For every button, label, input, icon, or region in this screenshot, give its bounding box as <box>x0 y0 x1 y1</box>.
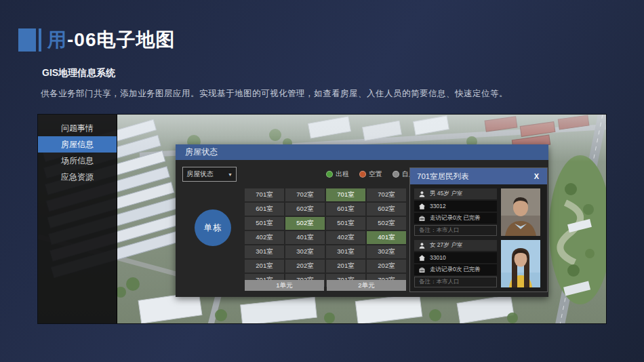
room-cell-r1c4[interactable]: 702室 <box>367 188 406 201</box>
room-cell-r5c1[interactable]: 301室 <box>245 245 284 258</box>
resident-info-row: 备注：本市人口 <box>414 277 497 287</box>
panel-body: 房屋状态 ▼ 出租空置自用 单栋 701室702室701室702室601室602… <box>176 160 548 297</box>
page-title-prefix: 用 <box>47 29 67 50</box>
status-legend: 出租空置自用 <box>326 169 416 179</box>
chevron-down-icon: ▼ <box>228 172 233 177</box>
record-icon <box>418 215 426 222</box>
room-cell-r2c1[interactable]: 601室 <box>245 203 284 216</box>
sidebar: 问题事情房屋信息场所信息应急资源 <box>38 115 117 323</box>
resident-info-text: 走访记录0次 已完善 <box>430 214 481 222</box>
room-grid: 701室702室701室702室601室602室601室602室501室502室… <box>245 188 406 287</box>
resident-info-text: 走访记录0次 已完善 <box>430 266 481 274</box>
room-cell-r6c1[interactable]: 201室 <box>245 260 284 273</box>
room-cell-r6c3[interactable]: 201室 <box>326 260 365 273</box>
resident-info-text: 男 45岁 户室 <box>430 190 462 198</box>
resident-info-row: 走访记录0次 已完善 <box>414 264 497 275</box>
resident-info-text: 备注：本市人口 <box>419 278 460 286</box>
legend-dot-icon <box>326 171 333 178</box>
room-cell-r6c4[interactable]: 202室 <box>367 260 406 273</box>
room-cell-r1c3[interactable]: 701室 <box>326 188 365 201</box>
sidebar-item-2[interactable]: 房屋信息 <box>38 136 117 153</box>
resident-info-text: 备注：本市人口 <box>419 226 460 235</box>
room-cell-r5c4[interactable]: 302室 <box>367 245 406 258</box>
legend-dot-icon <box>393 171 399 178</box>
building-button[interactable]: 单栋 <box>195 209 231 246</box>
room-cell-r5c3[interactable]: 301室 <box>326 245 365 258</box>
residents-body: 男 45岁 户室33012走访记录0次 已完善备注：本市人口女 27岁 户室33… <box>410 184 547 296</box>
resident-info-text: 33010 <box>430 254 446 261</box>
section-heading: GIS地理信息系统 <box>42 67 115 79</box>
unit-button-2[interactable]: 2单元 <box>327 280 406 291</box>
resident-photo <box>501 240 540 287</box>
resident-info-text: 33012 <box>430 203 446 209</box>
resident-info-row: 33010 <box>414 252 497 263</box>
legend-item-2: 空置 <box>359 169 382 179</box>
room-cell-r3c3[interactable]: 501室 <box>326 217 365 230</box>
resident-info-row: 女 27岁 户室 <box>414 240 497 251</box>
room-cell-r3c2[interactable]: 502室 <box>285 217 325 230</box>
resident-info-row: 男 45岁 户室 <box>414 188 497 199</box>
room-cell-r2c4[interactable]: 602室 <box>367 203 406 216</box>
sidebar-item-3[interactable]: 场所信息 <box>38 153 117 169</box>
close-icon[interactable]: X <box>534 172 539 180</box>
room-cell-r1c2[interactable]: 702室 <box>285 188 325 201</box>
resident-info: 女 27岁 户室33010走访记录0次 已完善备注：本市人口 <box>414 240 497 287</box>
home-icon <box>418 203 426 210</box>
resident-info-row: 33012 <box>414 201 497 212</box>
legend-item-1: 出租 <box>326 169 349 179</box>
page-title-rest: -06电子地图 <box>67 29 175 50</box>
room-cell-r3c4[interactable]: 502室 <box>367 217 406 230</box>
legend-dot-icon <box>359 171 366 178</box>
room-cell-r1c1[interactable]: 701室 <box>245 188 284 201</box>
dropdown-value: 房屋状态 <box>186 169 214 179</box>
resident-entry-2: 女 27岁 户室33010走访记录0次 已完善备注：本市人口 <box>414 240 543 287</box>
room-cell-r4c1[interactable]: 402室 <box>245 231 284 244</box>
resident-info-row: 走访记录0次 已完善 <box>414 213 497 224</box>
resident-photo <box>501 188 540 236</box>
room-cell-r6c2[interactable]: 202室 <box>285 260 325 273</box>
room-cell-r4c2[interactable]: 401室 <box>285 231 325 244</box>
unit-row: 1单元2单元 <box>245 280 406 291</box>
home-icon <box>418 254 426 262</box>
house-status-dropdown[interactable]: 房屋状态 ▼ <box>182 167 237 182</box>
residents-panel: 701室居民列表 X 男 45岁 户室33012走访记录0次 已完善备注：本市人… <box>409 167 548 292</box>
panel-title: 房屋状态 <box>176 144 548 160</box>
legend-label: 出租 <box>336 169 349 179</box>
resident-info-text: 女 27岁 户室 <box>430 241 462 249</box>
house-status-panel: 房屋状态 房屋状态 ▼ 出租空置自用 单栋 701室702室701室702室60… <box>176 144 548 297</box>
person-icon <box>418 190 426 198</box>
page-title: 用-06电子地图 <box>47 27 175 53</box>
legend-label: 空置 <box>369 169 382 179</box>
room-cell-r5c2[interactable]: 302室 <box>285 245 325 258</box>
person-icon <box>418 242 426 249</box>
title-accent-square <box>18 28 36 52</box>
record-icon <box>418 266 426 274</box>
gis-app-screenshot: 问题事情房屋信息场所信息应急资源 房屋状态 房屋状态 ▼ 出租空置自用 单栋 7… <box>37 114 607 324</box>
residents-header: 701室居民列表 X <box>410 168 547 184</box>
title-accent-bar <box>39 28 41 52</box>
room-cell-r3c1[interactable]: 501室 <box>245 217 284 230</box>
unit-button-1[interactable]: 1单元 <box>245 280 324 291</box>
sidebar-item-1[interactable]: 问题事情 <box>38 120 117 136</box>
slide: 用-06电子地图 GIS地理信息系统 供各业务部门共享，添加业务图层应用。实现基… <box>0 0 644 362</box>
sidebar-item-4[interactable]: 应急资源 <box>38 169 117 185</box>
room-cell-r2c2[interactable]: 602室 <box>285 203 325 216</box>
residents-title: 701室居民列表 <box>417 172 469 182</box>
resident-info: 男 45岁 户室33012走访记录0次 已完善备注：本市人口 <box>414 188 497 236</box>
section-description: 供各业务部门共享，添加业务图层应用。实现基于地图的可视化管理，如查看房屋、入住人… <box>41 88 508 100</box>
room-cell-r2c3[interactable]: 601室 <box>326 203 365 216</box>
resident-entry-1: 男 45岁 户室33012走访记录0次 已完善备注：本市人口 <box>414 188 543 236</box>
room-cell-r4c3[interactable]: 402室 <box>326 231 365 244</box>
room-cell-r4c4[interactable]: 401室 <box>367 231 406 244</box>
resident-info-row: 备注：本市人口 <box>414 225 497 236</box>
